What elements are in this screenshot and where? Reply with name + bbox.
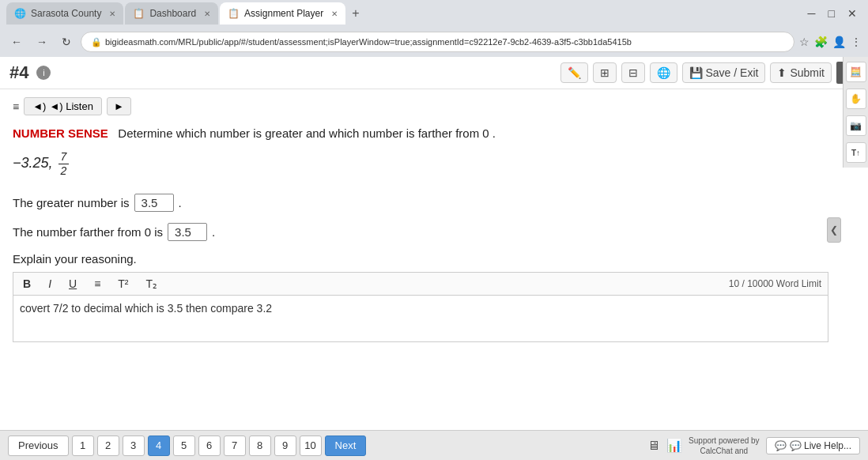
question-label: NUMBER SENSE (13, 126, 108, 140)
page-2-button[interactable]: 2 (97, 435, 119, 456)
text-toolbar: B I U ≡ T² T₂ 10 / 10000 Word Limit (13, 272, 828, 295)
reasoning-section: Explain your reasoning. B I U ≡ T² T₂ 10… (13, 252, 828, 342)
submit-button[interactable]: ⬆ Submit (770, 62, 832, 83)
underline-button[interactable]: U (66, 276, 80, 292)
back-button[interactable]: ← (6, 34, 27, 50)
pencil-icon: ✏️ (568, 66, 581, 79)
farther-number-field[interactable]: 3.5 (168, 223, 207, 241)
play-icon: ► (114, 100, 124, 112)
collapse-panel-button[interactable]: ❮ (827, 217, 841, 243)
tab-assignment-icon: 📋 (228, 8, 240, 19)
close-browser-button[interactable]: ✕ (843, 6, 862, 21)
support-icon-1[interactable]: 🖥 (647, 439, 660, 453)
greater-number-field[interactable]: 3.5 (134, 194, 174, 212)
right-tool-camera-button[interactable]: 📷 (846, 115, 866, 136)
farther-prefix-text: The number farther from 0 is (13, 225, 163, 239)
listen-menu-icon[interactable]: ≡ (13, 100, 19, 113)
minimize-button[interactable]: ─ (803, 6, 821, 21)
tool-globe-button[interactable]: 🌐 (650, 62, 677, 83)
menu-icon[interactable]: ⋮ (851, 36, 862, 48)
content-area: ≡ ◄) ◄) Listen ► NUMBER SENSE Determine … (0, 89, 841, 460)
question-number: #4 (9, 62, 28, 83)
question-block: NUMBER SENSE Determine which number is g… (13, 126, 828, 141)
hand-icon: ✋ (850, 93, 862, 104)
bold-button[interactable]: B (20, 276, 34, 292)
speaker-icon: ◄) (32, 100, 46, 112)
fraction: 7 2 (57, 155, 71, 171)
tab-sarasota-close[interactable]: ✕ (109, 9, 115, 18)
chat-icon: 💬 (775, 440, 787, 451)
page-5-button[interactable]: 5 (173, 435, 195, 456)
maximize-button[interactable]: □ (824, 6, 840, 21)
tab-assignment-close[interactable]: ✕ (331, 9, 338, 18)
right-tool-hand-button[interactable]: ✋ (846, 89, 866, 109)
page-8-button[interactable]: 8 (249, 435, 271, 456)
info-icon[interactable]: i (36, 66, 51, 80)
extension-icon[interactable]: 🧩 (814, 36, 828, 48)
play-button[interactable]: ► (107, 97, 131, 115)
tab-dashboard-label: Dashboard (149, 8, 196, 19)
reasoning-label: Explain your reasoning. (13, 252, 828, 266)
right-tool-calc-button[interactable]: 🧮 (846, 62, 866, 82)
text-size-icon: T↑ (851, 149, 860, 157)
page-1-button[interactable]: 1 (72, 435, 94, 456)
previous-button[interactable]: Previous (8, 435, 69, 456)
reasoning-text-area[interactable]: covert 7/2 to decimal which is 3.5 then … (13, 295, 828, 342)
table-icon: ⊟ (628, 66, 638, 79)
listen-button[interactable]: ◄) ◄) Listen (24, 97, 102, 115)
support-text: Support powered by CalcChat and (689, 435, 760, 456)
page-9-button[interactable]: 9 (274, 435, 296, 456)
tab-dashboard-icon: 📋 (133, 8, 145, 19)
tab-dashboard-close[interactable]: ✕ (204, 9, 210, 18)
tab-dashboard[interactable]: 📋 Dashboard ✕ (125, 2, 218, 25)
add-tab-button[interactable]: + (347, 6, 364, 21)
bookmark-icon[interactable]: ☆ (799, 36, 810, 48)
app-header: #4 i ✏️ ⊞ ⊟ 🌐 💾 Save / Exit ⬆ Submit ⚑ (0, 57, 868, 89)
page-3-button[interactable]: 3 (123, 435, 145, 456)
support-icon-2[interactable]: 📊 (666, 438, 682, 453)
tab-sarasota[interactable]: 🌐 Sarasota County ✕ (6, 2, 123, 25)
fraction-display: 7 2 (58, 150, 70, 178)
chevron-left-icon: ❮ (830, 224, 838, 236)
page-10-button[interactable]: 10 (300, 435, 322, 456)
page-4-button[interactable]: 4 (148, 435, 170, 456)
right-tools-panel: 🧮 ✋ 📷 T↑ (843, 57, 868, 168)
tab-assignment[interactable]: 📋 Assignment Player ✕ (220, 2, 345, 25)
page-6-button[interactable]: 6 (198, 435, 221, 456)
next-button[interactable]: Next (325, 435, 367, 456)
bottom-right-section: 🖥 📊 Support powered by CalcChat and 💬 💬 … (647, 435, 860, 456)
save-exit-button[interactable]: 💾 Save / Exit (682, 62, 766, 83)
tool-grid-button[interactable]: ⊞ (593, 62, 617, 83)
forward-button[interactable]: → (32, 34, 52, 50)
app-container: ≡ ◄) ◄) Listen ► NUMBER SENSE Determine … (0, 89, 868, 460)
tab-sarasota-icon: 🌐 (14, 8, 26, 19)
subscript-button[interactable]: T₂ (143, 276, 161, 292)
right-tool-text-button[interactable]: T↑ (846, 142, 866, 163)
calc-icon: 🧮 (850, 66, 862, 77)
question-text: Determine which number is greater and wh… (118, 126, 496, 140)
save-icon: 💾 (689, 66, 703, 79)
grid-icon: ⊞ (600, 66, 609, 79)
word-limit: 10 / 10000 Word Limit (729, 278, 821, 289)
greater-number-row: The greater number is 3.5 . (13, 194, 828, 212)
superscript-button[interactable]: T² (115, 276, 131, 292)
tool-pencil-button[interactable]: ✏️ (560, 62, 588, 83)
address-bar[interactable]: 🔒 bigideasmath.com/MRL/public/app/#/stud… (81, 32, 794, 52)
listen-bar: ≡ ◄) ◄) Listen ► (13, 97, 828, 115)
numbers-text: −3.25, (13, 155, 53, 171)
number-display: −3.25, 7 2 (13, 150, 828, 178)
live-help-button[interactable]: 💬 💬 Live Help... (766, 437, 860, 454)
refresh-button[interactable]: ↻ (57, 34, 76, 50)
header-tools: ✏️ ⊞ ⊟ 🌐 💾 Save / Exit ⬆ Submit ⚑ (560, 62, 859, 84)
greater-prefix-text: The greater number is (13, 196, 130, 209)
italic-button[interactable]: I (45, 276, 55, 292)
fraction-numerator: 7 (58, 150, 70, 164)
fraction-denominator: 2 (58, 164, 70, 178)
globe-icon: 🌐 (657, 66, 670, 79)
camera-icon: 📷 (850, 120, 862, 131)
profile-icon[interactable]: 👤 (832, 36, 846, 48)
bottom-navigation: Previous 1 2 3 4 5 6 7 8 9 10 Next 🖥 📊 S… (0, 430, 868, 460)
tool-table-button[interactable]: ⊟ (621, 62, 645, 83)
page-7-button[interactable]: 7 (224, 435, 246, 456)
list-button[interactable]: ≡ (91, 276, 104, 292)
